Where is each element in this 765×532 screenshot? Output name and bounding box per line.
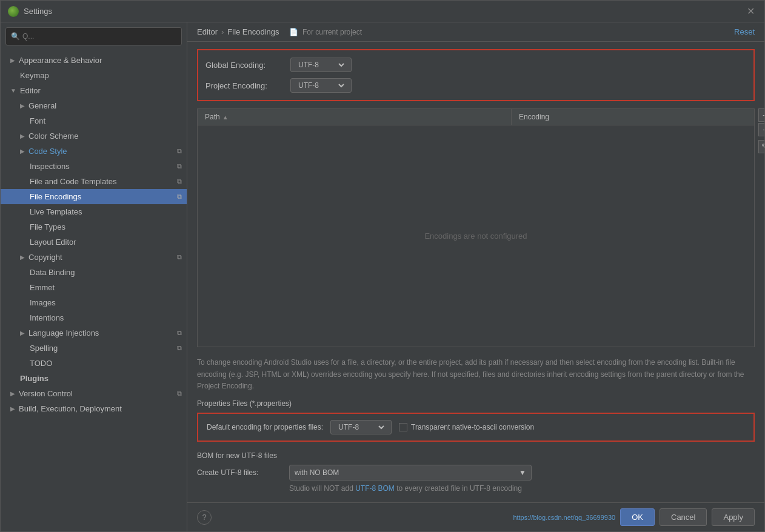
sidebar-item-plugins[interactable]: Plugins [1, 371, 187, 386]
sidebar-item-label: File and Code Templates [20, 177, 177, 186]
transparent-checkbox[interactable] [399, 423, 407, 431]
copy-icon: ⧉ [177, 193, 182, 201]
sidebar-item-inspections[interactable]: Inspections ⧉ [1, 159, 187, 174]
default-encoding-label: Default encoding for properties files: [207, 423, 323, 431]
sidebar-item-editor[interactable]: ▼ Editor [1, 83, 187, 98]
project-encoding-dropdown[interactable]: UTF-8 UTF-16 ISO-8859-1 [296, 81, 346, 90]
properties-encoding-select[interactable]: UTF-8 UTF-16 ISO-8859-1 [330, 420, 392, 434]
copy-icon: ⧉ [177, 253, 182, 261]
bom-info: Studio will NOT add UTF-8 BOM to every c… [289, 484, 755, 493]
copy-icon: ⧉ [177, 329, 182, 337]
sidebar-item-file-code-templates[interactable]: File and Code Templates ⧉ [1, 174, 187, 189]
sidebar-item-label: Appearance & Behavior [19, 56, 182, 65]
sidebar-item-language-injections[interactable]: ▶ Language Injections ⧉ [1, 325, 187, 341]
remove-row-button[interactable]: − [758, 123, 764, 136]
sidebar-item-label: Color Scheme [28, 131, 182, 141]
breadcrumb-arrow: › [221, 27, 224, 36]
table-actions: + − ✎ [758, 108, 764, 153]
sidebar-item-file-encodings[interactable]: File Encodings ⧉ [1, 189, 187, 204]
properties-section-title: Properties Files (*.properties) [197, 399, 755, 408]
sidebar-item-copyright[interactable]: ▶ Copyright ⧉ [1, 250, 187, 265]
sidebar-nav: ▶ Appearance & Behavior Keymap ▼ Editor … [1, 50, 187, 531]
table-col-path[interactable]: Path ▲ [198, 109, 512, 125]
search-box[interactable]: 🔍 [5, 27, 182, 45]
global-encoding-dropdown[interactable]: UTF-8 UTF-16 ISO-8859-1 [296, 60, 346, 70]
sidebar-item-data-binding[interactable]: Data Binding [1, 265, 187, 280]
sidebar-item-images[interactable]: Images [1, 295, 187, 310]
expand-arrow: ▶ [10, 405, 15, 412]
sidebar-item-emmet[interactable]: Emmet [1, 280, 187, 295]
copy-icon: ⧉ [177, 390, 182, 397]
expand-arrow: ▶ [10, 57, 15, 64]
sidebar-item-keymap[interactable]: Keymap [1, 68, 187, 83]
sidebar-item-intentions[interactable]: Intentions [1, 310, 187, 325]
sidebar-item-layout-editor[interactable]: Layout Editor [1, 234, 187, 250]
close-button[interactable]: ✕ [744, 3, 757, 19]
sidebar-item-code-style[interactable]: ▶ Code Style ⧉ [1, 144, 187, 159]
content-area: 🔍 ▶ Appearance & Behavior Keymap ▼ Edito… [1, 22, 764, 531]
table-header: Path ▲ Encoding [198, 109, 754, 125]
sidebar-item-label: Editor [20, 86, 182, 95]
copy-icon: ⧉ [177, 147, 182, 155]
properties-encoding-dropdown[interactable]: UTF-8 UTF-16 ISO-8859-1 [336, 422, 386, 432]
project-encoding-select[interactable]: UTF-8 UTF-16 ISO-8859-1 [290, 78, 352, 93]
sidebar-item-font[interactable]: Font [1, 113, 187, 128]
breadcrumb-project-label: For current project [302, 28, 362, 36]
sidebar-item-label: Inspections [20, 162, 177, 171]
add-row-button[interactable]: + [758, 108, 764, 122]
app-icon [8, 6, 19, 17]
expand-arrow: ▶ [20, 254, 25, 261]
sidebar-item-label: Layout Editor [20, 238, 182, 247]
cancel-button[interactable]: Cancel [660, 508, 707, 526]
settings-window: Settings ✕ 🔍 ▶ Appearance & Behavior Key… [0, 0, 765, 532]
bom-select[interactable]: with NO BOM ▼ [289, 465, 532, 480]
copy-icon: ⧉ [177, 162, 182, 170]
sidebar-item-appearance[interactable]: ▶ Appearance & Behavior [1, 53, 187, 68]
sidebar-item-build-execution[interactable]: ▶ Build, Execution, Deployment [1, 401, 187, 416]
copy-icon: ⧉ [177, 178, 182, 185]
edit-row-button[interactable]: ✎ [758, 140, 764, 153]
info-text: To change encoding Android Studio uses f… [197, 357, 755, 392]
sidebar-item-file-types[interactable]: File Types [1, 219, 187, 234]
sidebar-item-color-scheme[interactable]: ▶ Color Scheme [1, 128, 187, 144]
sidebar-item-label: General [28, 101, 182, 110]
sidebar-item-live-templates[interactable]: Live Templates [1, 204, 187, 219]
global-encoding-row: Global Encoding: UTF-8 UTF-16 ISO-8859-1 [205, 58, 746, 72]
copy-icon: ⧉ [177, 344, 182, 352]
global-encoding-select[interactable]: UTF-8 UTF-16 ISO-8859-1 [290, 58, 352, 72]
title-bar: Settings ✕ [1, 1, 764, 22]
sidebar-item-todo[interactable]: TODO [1, 356, 187, 371]
sidebar-item-general[interactable]: ▶ General [1, 98, 187, 113]
reset-button[interactable]: Reset [734, 27, 755, 36]
ok-button[interactable]: OK [620, 508, 655, 526]
sidebar-item-label: Plugins [10, 374, 182, 383]
properties-box: Default encoding for properties files: U… [197, 413, 755, 442]
bom-info-prefix: Studio will NOT add [289, 484, 355, 493]
project-encoding-label: Project Encoding: [205, 81, 290, 90]
sidebar-item-version-control[interactable]: ▶ Version Control ⧉ [1, 386, 187, 401]
expand-arrow: ▶ [20, 102, 25, 109]
expand-arrow: ▶ [10, 390, 15, 397]
project-icon: 📄 [289, 28, 298, 36]
sidebar-item-label: Version Control [19, 389, 177, 398]
sidebar-item-label: Live Templates [20, 207, 182, 216]
panel-content: Global Encoding: UTF-8 UTF-16 ISO-8859-1… [187, 42, 764, 502]
table-col-encoding: Encoding [512, 109, 754, 125]
expand-arrow: ▶ [20, 133, 25, 139]
bom-select-value: with NO BOM [295, 468, 339, 477]
breadcrumb-project: 📄 For current project [289, 28, 362, 36]
breadcrumb-parent: Editor [197, 27, 218, 36]
table-container: Path ▲ Encoding Encodings are not config… [197, 108, 755, 347]
sidebar-item-label: Copyright [28, 253, 177, 262]
create-utf8-label: Create UTF-8 files: [197, 468, 282, 477]
global-encoding-label: Global Encoding: [205, 61, 290, 70]
sidebar-item-label: Build, Execution, Deployment [19, 404, 182, 413]
sidebar-item-label: TODO [20, 359, 182, 368]
search-input[interactable] [22, 32, 176, 41]
apply-button[interactable]: Apply [712, 508, 755, 526]
sort-arrow-icon: ▲ [222, 114, 229, 121]
sidebar-item-spelling[interactable]: Spelling ⧉ [1, 341, 187, 356]
action-buttons: https://blog.csdn.net/qq_36699930 OK Can… [513, 508, 755, 526]
help-button[interactable]: ? [197, 510, 212, 525]
window-title: Settings [24, 7, 744, 16]
